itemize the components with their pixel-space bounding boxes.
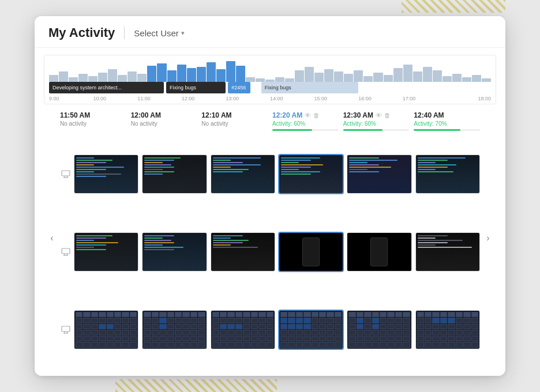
monitor-icon-3 [60,326,72,334]
activity-grid: 11:50 AM No activity 12:00 AM No activit… [60,109,480,367]
screenshot-r2-c0[interactable] [74,232,138,272]
time-label-3: 12:20 AM [272,111,302,119]
decoration-bottom-left [115,379,277,392]
main-content: Developing system architect... Fixing bu… [35,48,505,376]
select-user-button[interactable]: Select User ▾ [134,28,185,38]
eye-icon-4[interactable]: 👁 [376,112,382,119]
select-user-label: Select User [134,28,179,38]
time-label-0: 11:50 AM [60,111,90,119]
screenshot-r1-c4[interactable] [347,154,411,194]
tick-7: 16:00 [358,96,403,101]
time-col-5: 12:40 AM Activity: 70% [414,109,480,134]
activity-label-2: No activity [201,120,268,127]
app-window: My Activity Select User ▾ [35,16,505,376]
activity-label-3: Activity: 60% [272,120,339,127]
monitor-icon-1 [60,170,72,178]
screenshot-r2-c3[interactable] [279,232,343,272]
chevron-down-icon: ▾ [181,29,185,37]
tick-0: 9:00 [49,96,93,101]
tick-5: 14:00 [270,96,314,101]
time-col-0: 11:50 AM No activity [60,109,126,134]
time-label-1: 12:00 AM [131,111,161,119]
next-button[interactable]: › [480,109,496,367]
time-label-4: 12:30 AM [343,111,373,119]
monitor-row-3 [60,292,480,367]
tick-6: 15:00 [314,96,359,101]
screenshot-r3-c2[interactable] [211,310,275,349]
activity-label-4: Activity: 60% [343,120,410,127]
timeline-segment-1[interactable]: Developing system architect... [49,82,164,93]
screenshot-r3-c0[interactable] [74,310,138,349]
monitor-icon-2 [60,248,72,256]
monitor-row-1 [60,137,480,211]
tick-8: 17:00 [403,96,447,101]
timeline-container: Developing system architect... Fixing bu… [44,55,496,104]
timeline-segment-2[interactable]: Fixing bugs [166,82,226,93]
time-col-1: 12:00 AM No activity [131,109,197,134]
monitor-row-2 [60,214,480,289]
timeline-segment-4[interactable]: Fixing bugs [261,82,359,93]
screenshot-r2-c2[interactable] [211,232,275,272]
svg-rect-0 [62,171,70,176]
activity-label-5: Activity: 70% [414,120,480,127]
activity-label-0: No activity [60,120,126,127]
tick-1: 10:00 [93,96,138,101]
eye-icon-3[interactable]: 👁 [305,112,311,119]
time-col-2: 12:10 AM No activity [201,109,268,134]
tick-9: 18:00 [447,96,491,101]
svg-rect-4 [62,248,70,254]
screenshot-r1-c0[interactable] [74,154,138,194]
activity-bar-3 [272,129,339,131]
screenshot-r2-c4[interactable] [347,232,411,272]
activity-grid-wrapper: ‹ 11:50 AM No activity 12:00 AM [44,109,496,367]
time-col-4: 12:30 AM 👁 🗑 Activity: 60% [343,109,410,134]
screenshot-r3-c4[interactable] [347,310,411,349]
screenshot-r3-c5[interactable] [415,310,480,349]
time-label-5: 12:40 AM [414,111,444,119]
activity-bar-4 [343,129,410,131]
time-label-2: 12:10 AM [201,111,231,119]
timeline-ticks: 9:00 10:00 11:00 12:00 13:00 14:00 15:00… [44,95,496,104]
screenshot-r1-c1[interactable] [142,154,207,194]
tick-2: 11:00 [137,96,182,101]
delete-icon-4[interactable]: 🗑 [384,112,391,119]
header-divider [124,27,125,39]
prev-button[interactable]: ‹ [44,109,60,367]
svg-rect-8 [62,326,70,331]
tick-4: 13:00 [226,96,270,101]
screenshot-r1-c2[interactable] [211,154,275,194]
decoration-top-right [402,0,505,13]
activity-bar-5 [414,129,480,131]
time-headers: 11:50 AM No activity 12:00 AM No activit… [60,109,480,134]
screenshot-r2-c1[interactable] [142,232,207,272]
screenshot-r3-c3[interactable] [279,310,343,349]
page-title: My Activity [48,25,115,40]
tick-3: 12:00 [182,96,226,101]
screenshot-r3-c1[interactable] [142,310,207,349]
timeline-segment-3[interactable]: #2456 [228,82,250,93]
activity-label-1: No activity [131,120,197,127]
screenshot-r2-c5[interactable] [415,232,480,272]
screenshot-r1-c5[interactable] [415,154,480,194]
header: My Activity Select User ▾ [35,16,505,48]
delete-icon-3[interactable]: 🗑 [313,112,320,119]
screenshot-r1-c3[interactable] [279,154,343,194]
time-col-3: 12:20 AM 👁 🗑 Activity: 60% [272,109,339,134]
